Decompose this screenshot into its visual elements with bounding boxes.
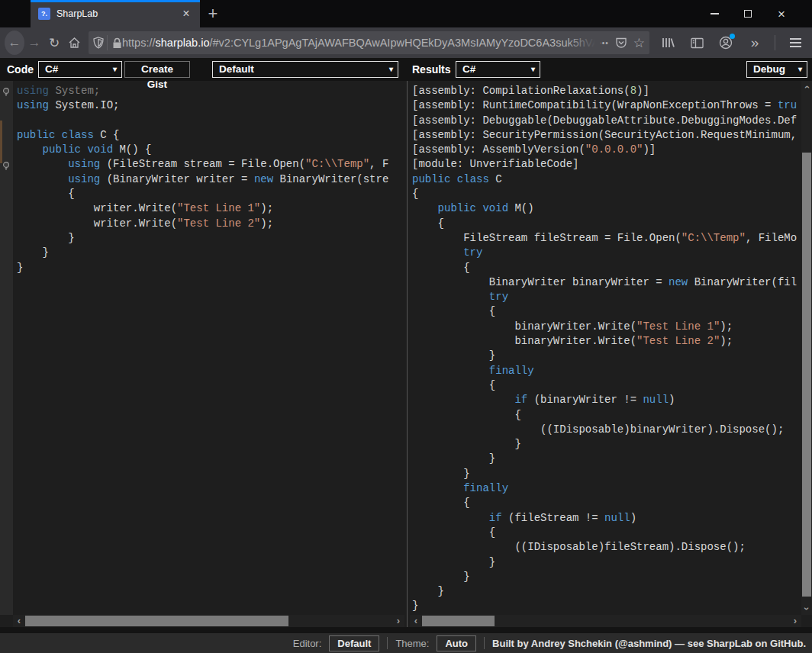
code-line: [assembly: Debuggable(DebuggableAttribut… bbox=[412, 114, 801, 128]
code-line: } bbox=[412, 570, 801, 584]
scroll-left-arrow-icon[interactable]: ‹ bbox=[13, 615, 25, 627]
scrollbar-thumb[interactable] bbox=[422, 616, 495, 626]
code-language-select[interactable]: C# ▾ bbox=[38, 61, 122, 78]
branch-value: Default bbox=[219, 63, 254, 75]
code-line: using System; bbox=[17, 84, 404, 98]
mode-value: Debug bbox=[753, 63, 785, 75]
create-gist-button[interactable]: Create Gist bbox=[124, 61, 190, 78]
github-link[interactable]: SharpLab on GitHub bbox=[707, 638, 803, 649]
back-icon: ← bbox=[8, 35, 21, 50]
results-language-select[interactable]: C# ▾ bbox=[456, 61, 540, 78]
code-editor[interactable]: using System;using System.IO; public cla… bbox=[0, 81, 404, 615]
sidebar-icon bbox=[691, 37, 704, 49]
chevron-down-icon: ▾ bbox=[389, 62, 393, 77]
code-line: [module: UnverifiableCode] bbox=[412, 157, 801, 172]
code-line: using System.IO; bbox=[17, 98, 404, 113]
code-line: public void M() bbox=[412, 201, 801, 216]
scroll-right-arrow-icon[interactable]: › bbox=[789, 615, 801, 627]
results-language-value: C# bbox=[462, 63, 475, 75]
code-line: } bbox=[17, 246, 404, 260]
close-button[interactable]: × bbox=[765, 0, 798, 27]
home-button[interactable] bbox=[64, 31, 84, 55]
browser-tab[interactable]: ?. SharpLab × bbox=[31, 0, 200, 27]
main-split-view: using System;using System.IO; public cla… bbox=[0, 81, 812, 627]
theme-label: Theme: bbox=[395, 638, 429, 649]
code-line: public void M() { bbox=[17, 143, 404, 157]
new-tab-button[interactable]: + bbox=[200, 0, 226, 27]
tab-close-icon[interactable]: × bbox=[179, 7, 194, 21]
minimize-button[interactable] bbox=[698, 0, 731, 27]
theme-auto-button[interactable]: Auto bbox=[437, 635, 476, 651]
code-line: using (BinaryWriter writer = new BinaryW… bbox=[17, 172, 404, 187]
menu-button[interactable] bbox=[783, 31, 807, 55]
maximize-button[interactable] bbox=[731, 0, 765, 27]
url-fade-overlay bbox=[566, 33, 601, 53]
results-horizontal-scrollbar[interactable]: ‹ › bbox=[410, 615, 801, 627]
credit-suffix: . bbox=[803, 638, 806, 649]
tab-title: SharpLab bbox=[56, 8, 179, 19]
toolbar-buttons: » bbox=[656, 31, 807, 55]
code-editor-panel: using System;using System.IO; public cla… bbox=[0, 81, 404, 627]
code-language-value: C# bbox=[45, 63, 58, 75]
code-line: } bbox=[412, 452, 801, 466]
editor-horizontal-scrollbar[interactable]: ‹ › bbox=[13, 615, 404, 627]
url-text: https://sharplab.io/#v2:CYLg1APgAgTAjAWA… bbox=[122, 37, 597, 49]
results-pane[interactable]: [assembly: CompilationRelaxations(8)][as… bbox=[410, 81, 801, 615]
page-actions: ••• ☆ bbox=[598, 35, 645, 51]
reload-button[interactable]: ↻ bbox=[44, 31, 64, 55]
url-path: /#v2:CYLg1APgAgTAjAWAFBQAwAIpwHQEkDyA3Ms… bbox=[209, 37, 597, 49]
code-line: if (fileStream != null) bbox=[412, 511, 801, 526]
code-line: using (FileStream stream = File.Open("C:… bbox=[17, 157, 404, 172]
scrollbar-thumb[interactable] bbox=[802, 153, 811, 597]
code-line: finally bbox=[412, 481, 801, 496]
code-line: ((IDisposable)fileStream).Dispose(); bbox=[412, 540, 801, 555]
panel-splitter[interactable] bbox=[404, 81, 410, 627]
url-protocol: https:// bbox=[122, 37, 156, 49]
bookmark-star-icon[interactable]: ☆ bbox=[633, 35, 645, 51]
browser-window: ?. SharpLab × + × ← → ↻ https://sharplab… bbox=[0, 0, 812, 653]
scroll-right-arrow-icon[interactable]: › bbox=[392, 615, 404, 627]
sidebar-button[interactable] bbox=[685, 31, 709, 55]
pocket-icon[interactable] bbox=[615, 37, 627, 49]
titlebar: ?. SharpLab × + × bbox=[0, 0, 812, 27]
overflow-menu-button[interactable]: » bbox=[743, 31, 767, 55]
maximize-icon bbox=[744, 10, 752, 18]
lock-icon[interactable] bbox=[112, 37, 122, 49]
branch-select[interactable]: Default ▾ bbox=[212, 61, 398, 78]
chevron-down-icon: ▾ bbox=[531, 62, 535, 77]
scroll-down-arrow-icon[interactable]: › bbox=[801, 603, 812, 615]
scrollbar-track[interactable] bbox=[801, 93, 812, 603]
code-line: } bbox=[412, 349, 801, 363]
editor-label: Editor: bbox=[293, 638, 322, 649]
code-line: BinaryWriter binaryWriter = new BinaryWr… bbox=[412, 275, 801, 290]
url-bar[interactable]: https://sharplab.io/#v2:CYLg1APgAgTAjAWA… bbox=[89, 31, 649, 54]
footer-separator bbox=[484, 637, 485, 649]
code-line: [assembly: SecurityPermission(SecurityAc… bbox=[412, 128, 801, 143]
code-line: [assembly: AssemblyVersion("0.0.0.0")] bbox=[412, 143, 801, 157]
code-line: { bbox=[412, 187, 801, 201]
scrollbar-thumb[interactable] bbox=[25, 616, 288, 626]
code-line: } bbox=[412, 467, 801, 481]
code-line: writer.Write("Test Line 2"); bbox=[17, 217, 404, 231]
editor-default-button[interactable]: Default bbox=[329, 635, 379, 651]
urlbar-separator bbox=[107, 35, 108, 50]
mode-select[interactable]: Debug ▾ bbox=[746, 61, 807, 78]
scrollbar-track[interactable] bbox=[422, 615, 789, 627]
code-line: try bbox=[412, 246, 801, 260]
code-line: } bbox=[412, 437, 801, 452]
scroll-up-arrow-icon[interactable]: › bbox=[801, 81, 812, 93]
scrollbar-track[interactable] bbox=[25, 615, 392, 627]
library-button[interactable] bbox=[656, 31, 680, 55]
code-line: [assembly: CompilationRelaxations(8)] bbox=[412, 84, 801, 98]
results-vertical-scrollbar[interactable]: › › bbox=[801, 81, 812, 615]
sharplab-toolbar: Code C# ▾ Create Gist Default ▾ Results … bbox=[0, 58, 812, 81]
close-icon: × bbox=[778, 8, 785, 21]
nav-separator bbox=[775, 35, 775, 50]
back-button[interactable]: ← bbox=[5, 31, 24, 55]
account-button[interactable] bbox=[714, 31, 738, 55]
scroll-left-arrow-icon[interactable]: ‹ bbox=[410, 615, 422, 627]
chevron-glyph: › bbox=[801, 607, 812, 610]
forward-button[interactable]: → bbox=[24, 31, 44, 55]
navigation-bar: ← → ↻ https://sharplab.io/#v2:CYLg1APgAg… bbox=[0, 27, 812, 58]
tracking-shield-icon[interactable] bbox=[93, 37, 104, 49]
